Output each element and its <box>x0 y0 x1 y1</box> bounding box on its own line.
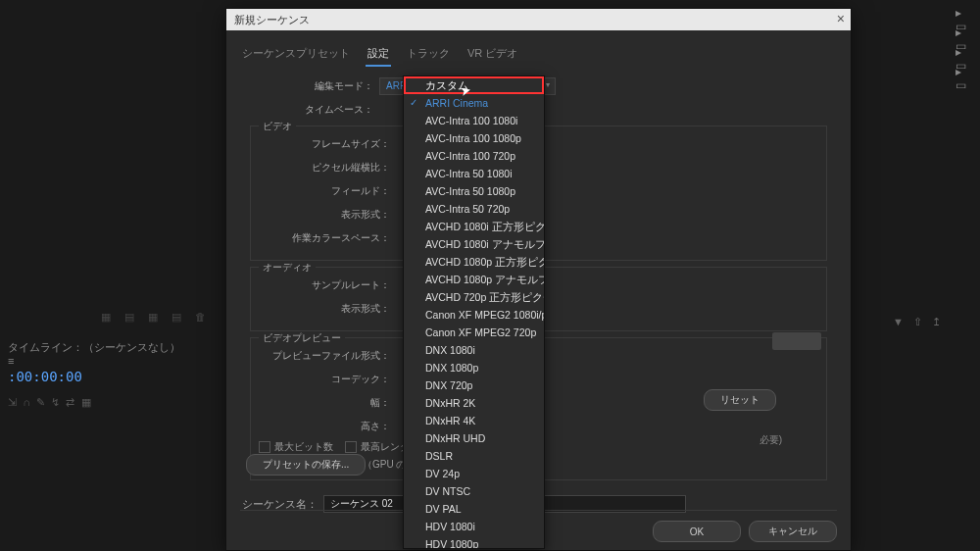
reset-button[interactable]: リセット <box>704 389 776 411</box>
tl-icon-5: ⇄ <box>66 396 74 409</box>
checkbox-max-bit-label: 最大ビット数 <box>274 440 333 454</box>
checkbox-icon <box>259 441 270 453</box>
right-utils: ▼ ⇧ ↥ <box>893 316 941 328</box>
icon-e: 🗑 <box>192 309 208 325</box>
dropdown-item[interactable]: AVCHD 1080i 正方形ピクセル <box>404 218 544 235</box>
ok-button[interactable]: OK <box>653 521 741 542</box>
label-sample-rate: サンプルレート： <box>259 278 396 292</box>
dimmed-button <box>772 332 821 350</box>
dropdown-item[interactable]: AVC-Intra 50 1080p <box>404 182 544 200</box>
icon-b: ▤ <box>122 309 137 325</box>
icon-a: ▦ <box>98 309 114 325</box>
tl-icon-2: ∩ <box>23 396 30 408</box>
tab-settings[interactable]: 設定 <box>366 42 391 67</box>
dropdown-item[interactable]: AVC-Intra 50 1080i <box>404 165 544 182</box>
dropdown-item[interactable]: DSLR <box>404 447 544 465</box>
label-codec: コーデック： <box>259 373 396 386</box>
dropdown-item[interactable]: AVC-Intra 50 720p <box>404 200 544 218</box>
dropdown-item[interactable]: DNxHR 4K <box>404 412 544 429</box>
dropdown-item[interactable]: HDV 1080p <box>404 535 544 549</box>
icon-d: ▤ <box>169 309 184 325</box>
dropdown-item[interactable]: AVCHD 1080p 正方形ピクセル <box>404 253 544 271</box>
label-preview-file: プレビューファイル形式： <box>259 349 396 363</box>
tl-icon-6: ▦ <box>81 396 91 409</box>
fieldset-video-label: ビデオ <box>259 120 296 133</box>
label-width: 幅： <box>259 396 396 410</box>
export-icon[interactable]: ↥ <box>932 316 941 328</box>
dropdown-item[interactable]: DNxHR 2K <box>404 394 544 412</box>
label-field: フィールド： <box>259 184 396 198</box>
dropdown-item[interactable]: DNX 720p <box>404 376 544 394</box>
label-working-color: 作業カラースペース： <box>259 231 396 245</box>
edit-mode-dropdown-list[interactable]: カスタムARRI CinemaAVC-Intra 100 1080iAVC-In… <box>403 75 545 549</box>
dropdown-item[interactable]: AVC-Intra 100 1080p <box>404 129 544 147</box>
dropdown-item[interactable]: DNX 1080p <box>404 359 544 376</box>
dialog-title-bar: 新規シーケンス × <box>226 9 851 30</box>
dropdown-item[interactable]: カスタム <box>404 76 544 94</box>
dropdown-item[interactable]: DNxHR UHD <box>404 429 544 447</box>
label-audio-display: 表示形式： <box>259 302 396 316</box>
right-panel: ▸ ▭ ▸ ▭ ▸ ▭ ▸ ▭ <box>956 0 980 196</box>
filter-icon[interactable]: ▼ <box>893 316 904 328</box>
up-icon[interactable]: ⇧ <box>913 316 922 328</box>
dropdown-item[interactable]: DV 24p <box>404 465 544 482</box>
timeline-panel: タイムライン：（シーケンスなし） ≡ :00:00:00 ⇲ ∩ ✎ ↯ ⇄ ▦ <box>0 343 196 416</box>
label-display-format: 表示形式： <box>259 208 396 222</box>
tl-icon-3: ✎ <box>36 396 45 409</box>
label-pixel-aspect: ピクセル縦横比： <box>259 161 396 175</box>
bg-toolbar-icons: ▦ ▤ ▦ ▤ 🗑 <box>98 309 208 325</box>
label-height: 高さ： <box>259 420 396 433</box>
hint-text: 必要) <box>760 433 782 447</box>
dropdown-item[interactable]: AVC-Intra 100 720p <box>404 147 544 165</box>
label-edit-mode: 編集モード： <box>242 79 379 93</box>
dropdown-item[interactable]: AVCHD 720p 正方形ピクセル <box>404 288 544 306</box>
dropdown-item[interactable]: Canon XF MPEG2 720p <box>404 324 544 341</box>
tab-vrvideo[interactable]: VR ビデオ <box>466 42 519 67</box>
icon-c: ▦ <box>145 309 161 325</box>
dropdown-item[interactable]: ARRI Cinema <box>404 94 544 112</box>
dropdown-item[interactable]: Canon XF MPEG2 1080i/p <box>404 306 544 324</box>
checkbox-icon <box>345 441 357 453</box>
timeline-tab-label: タイムライン：（シーケンスなし） ≡ <box>0 343 196 363</box>
checkbox-max-render[interactable]: 最高レンダ <box>345 440 410 454</box>
tl-icon-1: ⇲ <box>8 396 17 409</box>
dropdown-item[interactable]: AVC-Intra 100 1080i <box>404 112 544 129</box>
tl-icon-4: ↯ <box>51 396 60 409</box>
dropdown-item[interactable]: DNX 1080i <box>404 341 544 359</box>
tab-presets[interactable]: シーケンスプリセット <box>240 42 352 67</box>
fieldset-audio-label: オーディオ <box>259 261 316 275</box>
fieldset-preview-label: ビデオプレビュー <box>259 331 345 345</box>
label-timebase: タイムベース： <box>242 103 379 117</box>
dropdown-item[interactable]: DV PAL <box>404 500 544 518</box>
timeline-timecode: :00:00:00 <box>0 367 196 386</box>
close-icon[interactable]: × <box>837 11 845 26</box>
tab-bar: シーケンスプリセット 設定 トラック VR ビデオ <box>226 36 851 67</box>
dropdown-item[interactable]: AVCHD 1080i アナモルフィック <box>404 235 544 253</box>
tab-tracks[interactable]: トラック <box>405 42 452 67</box>
cancel-button[interactable]: キャンセル <box>749 521 837 542</box>
label-framesize: フレームサイズ： <box>259 137 396 151</box>
save-preset-button[interactable]: プリセットの保存... <box>246 454 366 476</box>
folder-icon[interactable]: ▸ ▭ <box>956 65 972 92</box>
checkbox-max-bit[interactable]: 最大ビット数 <box>259 440 333 454</box>
dropdown-item[interactable]: DV NTSC <box>404 482 544 500</box>
preset-save-wrap: プリセットの保存... <box>246 454 366 476</box>
dialog-title: 新規シーケンス <box>234 13 310 27</box>
reset-button-wrap: リセット <box>704 389 776 411</box>
dropdown-item[interactable]: AVCHD 1080p アナモルフィック <box>404 271 544 288</box>
dropdown-item[interactable]: HDV 1080i <box>404 518 544 535</box>
